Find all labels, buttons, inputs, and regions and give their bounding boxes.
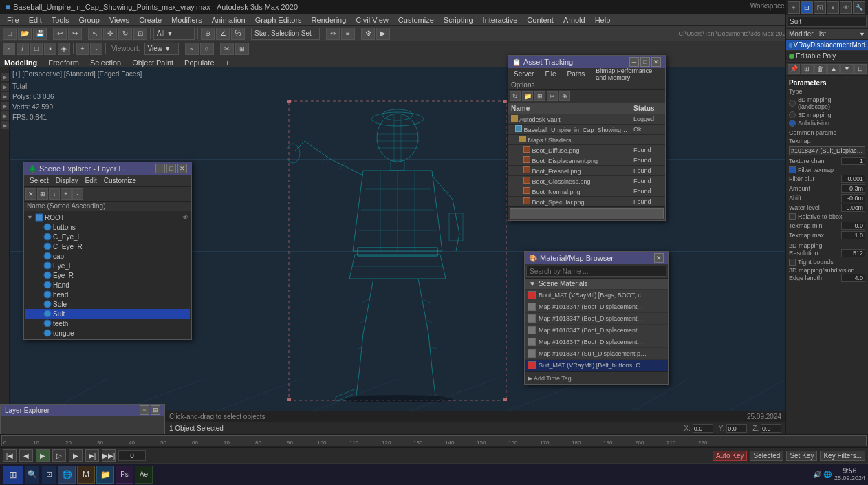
mode-modeling[interactable]: Modeling (4, 58, 37, 67)
cut-btn[interactable]: ✂ (220, 43, 234, 55)
cmd-tab-create[interactable]: ✦ (788, 1, 800, 14)
tree-item-head[interactable]: head (25, 290, 190, 299)
rotate-button[interactable]: ↻ (118, 28, 132, 40)
modifier-vray-displacement[interactable]: VRayDisplacementMod (786, 40, 868, 51)
se-menu-edit[interactable]: Edit (83, 177, 100, 184)
check-filter-texmap[interactable] (789, 166, 796, 173)
undo-button[interactable]: ↩ (53, 28, 67, 40)
mat-search-input[interactable] (526, 266, 666, 277)
param-filter-blur-input[interactable] (841, 175, 865, 183)
cmd-tab-motion[interactable]: ● (827, 1, 839, 14)
le-grid-btn[interactable]: ⊞ (151, 405, 160, 415)
table-row[interactable]: Boot_Displacement.png Found (508, 155, 665, 166)
play-button[interactable]: ▶ (36, 449, 50, 462)
menu-content[interactable]: Content (523, 15, 558, 25)
menu-views[interactable]: Views (105, 15, 133, 25)
param-water-input[interactable] (841, 204, 865, 212)
last-frame-button[interactable]: ▶▶| (102, 449, 116, 462)
tree-item-eye-r[interactable]: Eye_R (25, 270, 190, 280)
mod-copy-button[interactable]: ⊡ (854, 64, 867, 74)
mod-move-down-button[interactable]: ▼ (840, 64, 853, 74)
taskbar-explorer[interactable]: 📁 (96, 466, 114, 484)
mat-item-suit[interactable]: Suit_MAT (VRayMtl) [Belt_buttons, C_Eye_… (525, 360, 668, 371)
at-menu-paths[interactable]: Paths (565, 70, 588, 78)
tree-item-buttons[interactable]: buttons (25, 222, 190, 232)
object-mode-dropdown[interactable]: All ▼ (153, 28, 195, 40)
tree-item-eye-l[interactable]: Eye_L (25, 261, 190, 270)
render-button[interactable]: ▶ (376, 28, 390, 40)
mode-object-paint[interactable]: Object Paint (132, 58, 173, 67)
se-menu-customize[interactable]: Customize (101, 177, 139, 184)
at-menu-server[interactable]: Server (511, 70, 536, 78)
tree-item-suit[interactable]: Suit (25, 309, 190, 319)
le-list-btn[interactable]: ≡ (140, 405, 149, 415)
mod-pin-button[interactable]: 📌 (788, 64, 800, 74)
taskbar-ae[interactable]: Ae (135, 466, 153, 484)
at-col-status[interactable]: Status (631, 103, 665, 114)
render-setup-button[interactable]: ⚙ (361, 28, 375, 40)
table-row[interactable]: Baseball_Umpire_in_Cap_Showing_Point... … (508, 125, 665, 135)
radio-3d-landscape[interactable] (789, 100, 796, 107)
play-selected-button[interactable]: ▷ (52, 449, 66, 462)
taskview-btn[interactable]: ⊡ (42, 466, 56, 484)
select-button[interactable]: ↖ (88, 28, 102, 40)
tree-item-ceye-l[interactable]: C_Eye_L (25, 232, 190, 241)
param-edge-input[interactable] (841, 274, 865, 282)
mat-item-map3[interactable]: Map #1018347 (Boot_Displacement.png) [BO… (525, 325, 668, 336)
at-browse-btn[interactable]: 📁 (522, 91, 533, 101)
param-texmap-min-input[interactable] (841, 222, 865, 230)
taskbar-clock[interactable]: 9:56 25.09.2024 (834, 467, 865, 482)
se-tb-close[interactable]: ✕ (25, 188, 36, 200)
coord-x-input[interactable] (693, 424, 713, 433)
at-close-btn[interactable]: ✕ (651, 57, 661, 67)
mat-item-boot[interactable]: Boot_MAT (VRayMtl) [Bags, BOOT, cap, Sol… (525, 290, 668, 301)
se-tb-sort[interactable]: ↕ (49, 188, 60, 200)
taskbar-chrome[interactable]: 🌐 (58, 466, 76, 484)
mode-freeform[interactable]: Freeform (48, 58, 79, 67)
mod-select-button[interactable]: ⊞ (801, 64, 813, 74)
mb-close-btn[interactable]: ✕ (654, 253, 664, 263)
se-menu-display[interactable]: Display (53, 177, 81, 184)
mode-selection[interactable]: Selection (90, 58, 121, 67)
side-icon-1[interactable]: ▶ (1, 73, 9, 81)
new-button[interactable]: □ (3, 28, 17, 40)
border-btn[interactable]: □ (30, 43, 43, 55)
radio-3d-mapping[interactable] (789, 111, 796, 118)
param-shift-input[interactable] (841, 194, 865, 202)
tree-item-teeth[interactable]: teeth (25, 319, 190, 328)
percent-snap-button[interactable]: % (231, 28, 245, 40)
menu-file[interactable]: File (3, 15, 23, 25)
element-btn[interactable]: ◈ (58, 43, 70, 55)
key-filters-button[interactable]: Key Filters... (820, 451, 865, 461)
time-bar[interactable]: 0 10 20 30 40 50 60 70 80 90 100 110 120… (1, 435, 867, 446)
material-browser-title-bar[interactable]: 🎨 Material/Map Browser ✕ (525, 252, 668, 264)
at-col-name[interactable]: Name (508, 103, 631, 114)
modifier-search-input[interactable] (788, 17, 867, 27)
prev-key-button[interactable]: |◀ (3, 449, 17, 462)
table-row[interactable]: Boot_Fresnel.png Found (508, 166, 665, 176)
at-refresh-btn[interactable]: ↻ (510, 91, 521, 101)
prev-frame-button[interactable]: ◀ (19, 449, 33, 462)
save-button[interactable]: 💾 (33, 28, 47, 40)
menu-interactive[interactable]: Interactive (479, 15, 522, 25)
mode-populate[interactable]: Populate (184, 58, 214, 67)
cmd-tab-hierarchy[interactable]: ⚿ (814, 1, 826, 14)
menu-tools[interactable]: Tools (47, 15, 74, 25)
next-key-button[interactable]: ▶| (85, 449, 99, 462)
scale-button[interactable]: ⊡ (133, 28, 147, 40)
at-strip-btn[interactable]: ✂ (547, 91, 558, 101)
coord-y-input[interactable] (726, 424, 747, 433)
param-amount-input[interactable] (841, 184, 865, 193)
next-frame-button[interactable]: ▶ (69, 449, 83, 462)
se-tb-filter[interactable]: ⊞ (37, 188, 48, 200)
layer-explorer-title[interactable]: Layer Explorer ≡ ⊞ (1, 405, 164, 416)
menu-scripting[interactable]: Scripting (440, 15, 477, 25)
check-tight-bounds[interactable] (789, 259, 796, 266)
mirror-button[interactable]: ⇔ (326, 28, 340, 40)
poly-btn[interactable]: ▪ (44, 43, 56, 55)
at-menu-bitmap[interactable]: Bitmap Performance and Memory (593, 67, 662, 81)
taskbar-3dsmax[interactable]: M (77, 466, 95, 484)
angle-snap-button[interactable]: ∠ (216, 28, 230, 40)
tree-item-root[interactable]: ▼ ROOT 👁 (25, 213, 190, 222)
search-taskbar-btn[interactable]: 🔍 (25, 466, 39, 484)
